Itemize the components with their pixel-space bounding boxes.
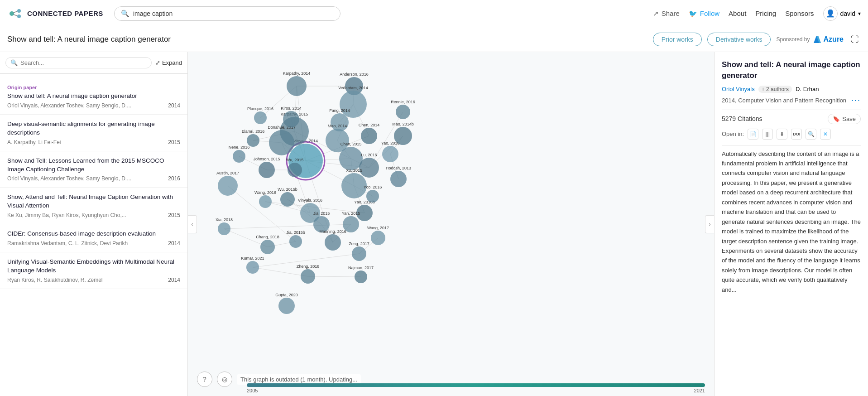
svg-point-46 (366, 190, 379, 203)
author-more[interactable]: + 2 authors (758, 86, 792, 93)
open-semantic-button[interactable]: ||| (762, 129, 773, 140)
open-scholar-button[interactable]: 🔍 (806, 129, 816, 140)
paper-authors: Ryan Kiros, R. Salakhutdinov, R. Zemel (7, 277, 164, 283)
graph-node[interactable]: Rennie, 2016 (391, 100, 415, 119)
paper-authors: A. Karpathy, Li Fei-Fei (7, 139, 164, 145)
paper-list-item[interactable]: Unifying Visual-Semantic Embeddings with… (0, 252, 187, 289)
paper-list-item[interactable]: CIDEr: Consensus-based image description… (0, 224, 187, 252)
left-search-bar[interactable]: 🔍 (5, 57, 152, 68)
paper-meta: Ke Xu, Jimmy Ba, Ryan Kiros, Kyunghyun C… (7, 212, 180, 218)
paper-year: 2016 (168, 175, 180, 182)
open-doi-button[interactable]: DOI (791, 129, 802, 140)
user-menu[interactable]: 👤 david ▾ (823, 6, 861, 21)
svg-point-41 (371, 231, 385, 245)
graph-edge (224, 224, 351, 229)
derivative-works-button[interactable]: Derivative works (707, 33, 771, 46)
graph-node-label: Mao, 2014b (392, 122, 414, 126)
graph-node[interactable]: Najman, 2017 (348, 266, 374, 283)
graph-node[interactable]: Zheng, 2018 (297, 264, 320, 284)
graph-node[interactable]: Hodosh, 2013 (386, 166, 411, 187)
svg-point-18 (359, 158, 379, 178)
paper-list-item[interactable]: Deep visual-semantic alignments for gene… (0, 115, 187, 151)
paper-list-item[interactable]: Origin paper Show and tell: A neural ima… (0, 79, 187, 115)
save-button[interactable]: 🔖 Save (828, 114, 861, 124)
graph-area: ‹ Vinyals, 2014Karpathy, 2015Donahue, 20… (188, 52, 714, 396)
svg-point-14 (331, 113, 349, 131)
timeline-bar[interactable] (247, 383, 705, 387)
graph-node[interactable]: Wang, 2016 (254, 190, 276, 208)
graph-node-label: Anderson, 2016 (340, 72, 369, 77)
right-panel-toggle[interactable]: › (705, 215, 714, 233)
help-button[interactable]: ? (197, 372, 212, 387)
graph-node-label: Yao, 2016 (381, 141, 399, 145)
graph-node-label: Hodosh, 2013 (386, 166, 411, 170)
search-bar[interactable]: 🔍 (114, 6, 340, 21)
prior-works-button[interactable]: Prior works (653, 33, 702, 46)
search-icon: 🔍 (121, 10, 129, 18)
graph-node[interactable]: Mao, 2014 (326, 124, 349, 152)
follow-button[interactable]: 🐦 Follow (689, 10, 719, 18)
graph-node[interactable]: Yao, 2016 (381, 141, 399, 162)
open-twitter-button[interactable]: ✕ (820, 129, 831, 140)
right-panel-citations: 5279 Citations 🔖 Save (722, 114, 861, 124)
about-link[interactable]: About (729, 10, 746, 17)
graph-node[interactable]: Lu, 2016 (359, 153, 379, 178)
fullscreen-button[interactable]: ⛶ (849, 33, 861, 46)
search-input[interactable] (133, 10, 334, 17)
paper-name: CIDEr: Consensus-based image description… (7, 230, 180, 238)
svg-point-32 (341, 173, 367, 198)
graph-node-label: Zheng, 2018 (297, 264, 320, 269)
paper-authors: Oriol Vinyals, Alexander Toshev, Samy Be… (7, 102, 164, 109)
svg-point-40 (218, 176, 238, 196)
graph-node-label: Najman, 2017 (348, 266, 374, 270)
graph-node[interactable]: Kumar, 2021 (241, 256, 264, 274)
azure-logo: Azure (813, 35, 844, 44)
share-button[interactable]: ↗ Share (653, 10, 680, 18)
graph-node[interactable]: Jia, 2015b (286, 230, 305, 248)
open-pdf-button[interactable]: 📄 (748, 129, 758, 140)
left-panel-toggle[interactable]: ‹ (188, 215, 197, 233)
author-main[interactable]: Oriol Vinyals (722, 86, 755, 92)
graph-node-label: Manning, 2016 (319, 229, 346, 234)
paper-name: Show and Tell: Lessons Learned from the … (7, 157, 180, 174)
paper-authors: Ramakrishna Vedantam, C. L. Zitnick, Dev… (7, 240, 164, 246)
right-panel: Show and tell: A neural image caption ge… (714, 52, 868, 396)
graph-node[interactable]: Planque, 2016 (247, 106, 273, 124)
graph-node[interactable]: Yao, 2016b (354, 200, 374, 221)
svg-point-23 (283, 111, 299, 127)
paper-list-item[interactable]: Show, Attend and Tell: Neural Image Capt… (0, 188, 187, 224)
sponsors-link[interactable]: Sponsors (785, 10, 814, 17)
logo-area: CONNECTED PAPERS (7, 5, 107, 22)
graph-node-label: Xu, 2015 (346, 168, 362, 173)
graph-node-label: Chang, 2018 (256, 235, 279, 239)
graph-node-label: Johnson, 2015 (253, 157, 280, 161)
right-panel-venue: 2014, Computer Vision and Pattern Recogn… (722, 96, 861, 105)
graph-svg: Vinyals, 2014Karpathy, 2015Donahue, 2017… (188, 52, 714, 396)
graph-node[interactable]: Chen, 2015 (339, 142, 363, 170)
graph-node[interactable]: Gupta, 2020 (275, 293, 298, 314)
graph-node[interactable]: Johnson, 2015 (253, 157, 280, 178)
pricing-link[interactable]: Pricing (755, 10, 776, 17)
graph-node[interactable]: Karpathy, 2014 (283, 71, 310, 96)
svg-point-45 (355, 270, 367, 283)
open-scite-button[interactable]: ⬇ (777, 129, 787, 140)
left-search-input[interactable] (20, 59, 147, 66)
graph-node-label: Vinyals, 2016 (298, 198, 322, 203)
expand-button[interactable]: ⤢ Expand (155, 59, 182, 66)
graph-node[interactable]: Chen, 2014 (359, 123, 380, 144)
graph-node[interactable]: Wang, 2017 (367, 226, 389, 245)
graph-node-label: Chen, 2015 (340, 142, 362, 146)
graph-node[interactable]: Elamri, 2016 (242, 129, 265, 147)
paper-meta: Oriol Vinyals, Alexander Toshev, Samy Be… (7, 102, 180, 109)
graph-node[interactable]: Chang, 2018 (256, 235, 279, 254)
recenter-button[interactable]: ◎ (217, 372, 232, 387)
graph-node[interactable]: Xia, 2018 (216, 217, 233, 235)
graph-node-label: Lu, 2016 (361, 153, 377, 157)
svg-point-37 (218, 222, 230, 235)
graph-node[interactable]: Yan, 2015 (342, 211, 360, 232)
graph-node[interactable]: Zeng, 2017 (349, 241, 369, 261)
paper-list-item[interactable]: Show and Tell: Lessons Learned from the … (0, 151, 187, 188)
svg-point-22 (390, 171, 407, 187)
more-options-button[interactable]: ··· (851, 96, 861, 105)
graph-node[interactable]: Manning, 2016 (319, 229, 346, 251)
